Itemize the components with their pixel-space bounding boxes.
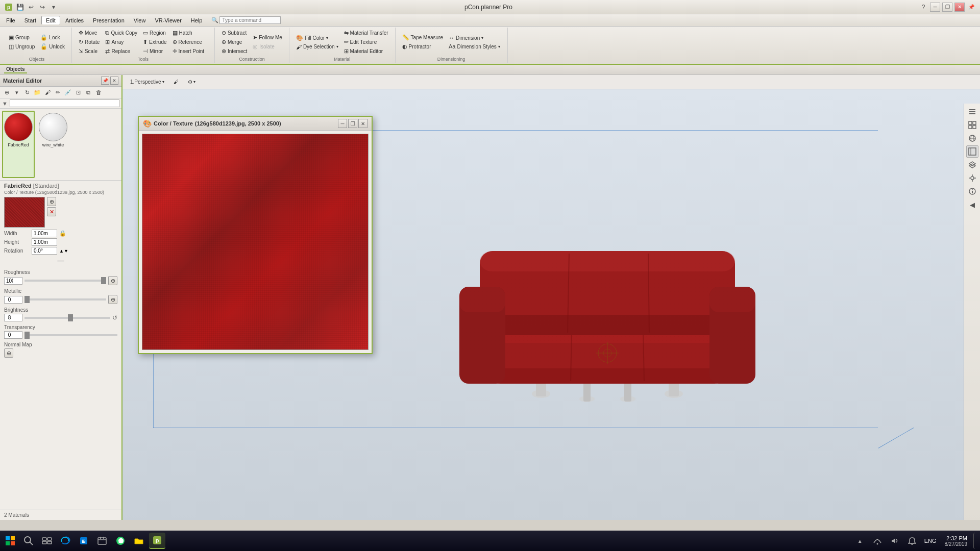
insert-point-btn[interactable]: ✛ Insert Point (170, 47, 207, 56)
mat-refresh-btn[interactable]: ↻ (22, 88, 32, 97)
mat-pencil-btn[interactable]: ✏ (53, 88, 62, 97)
merge-btn[interactable]: ⊕ Merge (219, 38, 250, 46)
menu-presentation[interactable]: Presentation (89, 16, 129, 24)
file-explorer-btn[interactable] (131, 533, 147, 549)
quick-copy-btn[interactable]: ⧉ Quick Copy (103, 29, 140, 37)
menu-articles[interactable]: Articles (61, 16, 88, 24)
menu-file[interactable]: File (2, 16, 19, 24)
edge-btn[interactable] (57, 533, 74, 549)
whatsapp-taskbar-btn[interactable] (112, 533, 129, 549)
undo-quick-btn[interactable]: ↩ (27, 3, 36, 12)
brightness-input[interactable] (4, 314, 22, 321)
material-item-fabric-red[interactable]: FabricRed (2, 111, 35, 178)
replace-btn[interactable]: ⇄ Replace (103, 47, 140, 56)
hatch-btn[interactable]: ▦ Hatch (170, 29, 207, 37)
mat-folder-btn[interactable]: 📁 (33, 88, 42, 97)
menu-edit[interactable]: Edit (41, 16, 60, 24)
scale-btn[interactable]: ⇲ Scale (76, 47, 102, 56)
close-btn[interactable]: ✕ (954, 3, 965, 12)
tray-arrow-btn[interactable]: ▲ (852, 533, 868, 549)
material-transfer-btn[interactable]: ⇋ Material Transfer (341, 29, 391, 37)
tray-notification-icon[interactable] (904, 533, 920, 549)
brightness-slider[interactable] (24, 317, 110, 319)
fill-color-btn[interactable]: 🎨 Fill Color ▾ (293, 34, 341, 42)
reference-btn[interactable]: ⊕ Reference (170, 38, 207, 46)
texture-clear-btn[interactable]: ✕ (47, 207, 56, 216)
rt-views-btn[interactable] (966, 119, 978, 131)
rotation-input[interactable] (32, 247, 57, 255)
mat-new-btn[interactable]: ⊕ (2, 88, 11, 97)
viewport-dropdown-icon[interactable]: ▾ (162, 80, 164, 84)
panel-close-btn[interactable]: ✕ (110, 77, 118, 85)
customize-quick-btn[interactable]: ▾ (49, 3, 58, 12)
show-desktop-btn[interactable] (973, 533, 978, 549)
transparency-input[interactable] (4, 331, 22, 339)
dimension-dropdown-icon[interactable]: ▾ (481, 36, 483, 40)
viewport-3d[interactable]: 1.Perspective ▾ 🖌 ⚙ ▾ (122, 75, 980, 520)
panel-pin-btn[interactable]: 📌 (101, 77, 109, 85)
rt-layers-btn[interactable] (966, 106, 978, 118)
metallic-add-btn[interactable]: ⊕ (108, 295, 117, 304)
metallic-slider[interactable] (24, 298, 106, 300)
calendar-taskbar-btn[interactable] (94, 533, 110, 549)
intersect-btn[interactable]: ⊗ Intersect (219, 47, 250, 56)
help-btn[interactable]: ? (919, 3, 928, 12)
material-item-wire-white[interactable]: wire_white (37, 111, 69, 178)
store-btn[interactable]: ⊞ (76, 533, 92, 549)
material-editor-btn[interactable]: ⊞ Material Editor (341, 47, 391, 56)
mat-sample-btn[interactable]: ⊡ (74, 88, 83, 97)
pcon-taskbar-btn[interactable]: p (149, 533, 165, 549)
restore-btn[interactable]: ❐ (942, 3, 952, 12)
protractor-btn[interactable]: ◐ Protractor (400, 42, 446, 51)
mat-trash-btn[interactable]: 🗑 (94, 88, 103, 97)
save-quick-btn[interactable]: 💾 (15, 3, 24, 12)
dye-selection-btn[interactable]: 🖌 Dye Selection ▾ (293, 43, 341, 51)
task-view-btn[interactable] (39, 533, 55, 549)
roughness-slider[interactable] (24, 280, 106, 282)
menu-start[interactable]: Start (20, 16, 40, 24)
fill-color-dropdown-icon[interactable]: ▾ (326, 36, 328, 40)
command-search-input[interactable] (219, 16, 281, 24)
rt-collapse-btn[interactable]: ◀ (966, 198, 978, 211)
popup-close-btn[interactable]: ✕ (358, 119, 368, 128)
objects-tab[interactable]: Objects (4, 66, 27, 73)
brightness-reset-btn[interactable]: ↺ (112, 314, 117, 321)
normal-map-add-btn[interactable]: ⊕ (4, 348, 13, 358)
language-indicator[interactable]: ENG (922, 538, 939, 544)
paint-mode-btn[interactable]: 🖌 (170, 78, 182, 86)
width-input[interactable] (32, 230, 57, 237)
menu-vr-viewer[interactable]: VR-Viewer (151, 16, 185, 24)
subtract-btn[interactable]: ⊖ Subtract (219, 29, 250, 37)
collapse-btn[interactable]: ─ (4, 256, 117, 266)
group-btn[interactable]: ▣ Group (6, 33, 37, 42)
tape-measure-btn[interactable]: 📏 Tape Measure (400, 33, 446, 42)
tray-network-icon[interactable] (869, 533, 886, 549)
dimension-btn[interactable]: ↔ Dimension ▾ (446, 34, 503, 42)
mat-duplicate-btn[interactable]: ⧉ (84, 88, 93, 97)
follow-me-btn[interactable]: ➤ Follow Me (250, 33, 285, 42)
texture-thumbnail[interactable] (4, 197, 45, 228)
move-btn[interactable]: ✥ Move (76, 29, 102, 37)
edit-texture-btn[interactable]: ✏ Edit Texture (341, 38, 391, 46)
search-btn[interactable] (20, 533, 37, 549)
pin-btn[interactable]: 📌 (967, 3, 976, 12)
rt-panel-btn[interactable] (966, 145, 978, 158)
transparency-slider[interactable] (24, 334, 117, 336)
menu-view[interactable]: View (130, 16, 150, 24)
lock-btn[interactable]: 🔒 Lock (38, 33, 67, 42)
mat-dropdown-btn[interactable]: ▾ (12, 88, 21, 97)
unlock-btn[interactable]: 🔓 Unlock (38, 42, 67, 51)
height-input[interactable] (32, 238, 57, 246)
popup-title-bar[interactable]: 🎨 Color / Texture (126g580d1239.jpg, 250… (139, 117, 372, 131)
rt-info-btn[interactable] (966, 185, 978, 197)
ungroup-btn[interactable]: ◫ Ungroup (6, 42, 37, 51)
viewport-settings-btn[interactable]: ⚙ ▾ (184, 78, 199, 86)
array-btn[interactable]: ⊞ Array (103, 38, 140, 46)
mat-paint-btn[interactable]: 🖌 (43, 88, 52, 97)
perspective-label-btn[interactable]: 1.Perspective ▾ (127, 78, 168, 86)
mirror-btn[interactable]: ⊣ Mirror (140, 47, 169, 56)
clock-area[interactable]: 2:32 PM 8/27/2019 (941, 535, 972, 547)
popup-restore-btn[interactable]: ❐ (348, 119, 357, 128)
dye-dropdown-icon[interactable]: ▾ (336, 44, 338, 49)
roughness-add-btn[interactable]: ⊕ (108, 276, 117, 285)
